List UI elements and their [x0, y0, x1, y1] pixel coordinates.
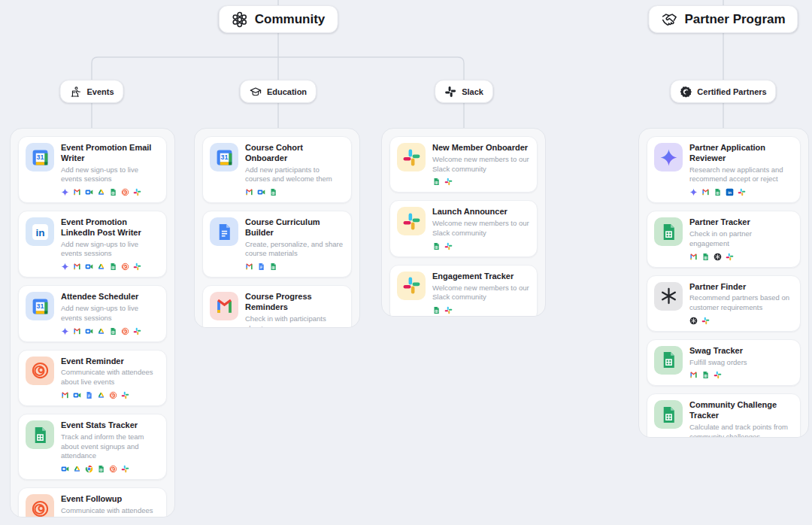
integration-icons [61, 391, 159, 399]
google-docs-icon [85, 391, 93, 399]
card-description: Create, personalize, and share course ma… [245, 240, 344, 259]
certified-seal-icon [680, 86, 692, 98]
slack-icon [133, 327, 141, 335]
google-sheets-icon [432, 178, 441, 186]
google-sheets-icon [269, 262, 277, 271]
agent-card-engagement-tracker[interactable]: Engagement TrackerWelcome new members to… [389, 265, 538, 317]
slack-icon [444, 306, 453, 314]
agent-group-slack: New Member OnboarderWelcome new members … [381, 128, 546, 317]
node-slack[interactable]: Slack [435, 80, 493, 103]
gmail-icon [73, 327, 81, 335]
integration-icons [432, 242, 530, 250]
agent-card-event-promotion-email-writer[interactable]: 31Event Promotion Email WriterAdd new si… [18, 136, 167, 203]
node-events[interactable]: Events [59, 80, 123, 103]
google-sheets-icon [26, 420, 54, 449]
card-title: Partner Tracker [689, 217, 793, 228]
openai-icon [654, 282, 683, 311]
gemini-icon [61, 188, 69, 196]
gmail-icon [210, 292, 238, 320]
slack-icon [714, 371, 722, 379]
google-sheets-icon [714, 188, 722, 196]
card-title: Event Stats Tracker [61, 420, 159, 431]
slack-icon [133, 262, 141, 271]
google-sheets-icon [701, 371, 710, 379]
agent-card-community-challenge-tracker[interactable]: Community Challenge TrackerCalculate and… [647, 393, 801, 438]
card-title: Swag Tracker [689, 346, 747, 357]
slack-icon [397, 272, 426, 300]
card-title: Partner Application Reviewer [689, 143, 793, 164]
gmail-icon [689, 371, 698, 379]
node-community[interactable]: Community [219, 5, 338, 33]
card-title: Event Followup [61, 494, 159, 505]
openai-icon [714, 253, 722, 261]
slack-icon [133, 188, 141, 196]
google-sheets-icon [432, 242, 441, 250]
google-drive-icon [73, 465, 81, 473]
orange-circles-icon [121, 188, 129, 196]
integration-icons [61, 262, 159, 271]
agent-card-partner-tracker[interactable]: Partner TrackerCheck in on partner engag… [647, 211, 801, 267]
agent-card-partner-finder[interactable]: Partner FinderRecommend partners based o… [647, 275, 801, 332]
card-description: Add new participants to courses and welc… [245, 165, 344, 185]
agent-card-event-reminder[interactable]: Event ReminderCommunicate with attendees… [18, 350, 167, 406]
node-label: Events [86, 87, 114, 96]
gemini-icon [61, 327, 69, 335]
orange-circles-icon [121, 327, 129, 335]
card-title: Course Curriculum Builder [245, 217, 344, 238]
google-sheets-icon [654, 346, 683, 375]
agent-card-course-cohort-onboarder[interactable]: 31Course Cohort OnboarderAdd new partici… [202, 136, 352, 203]
gmail-icon [73, 262, 81, 271]
openai-icon [689, 317, 698, 325]
card-description: Communicate with attendees about live ev… [61, 368, 159, 387]
integration-icons [61, 327, 159, 335]
orange-circles-icon [26, 494, 54, 517]
slack-icon [121, 391, 129, 399]
agent-card-event-promotion-linkedin-post-writer[interactable]: inEvent Promotion LinkedIn Post WriterAd… [18, 211, 167, 278]
svg-text:31: 31 [36, 302, 44, 310]
node-label: Community [255, 12, 326, 27]
card-description: Check in on partner engagement [689, 229, 793, 249]
slack-icon [121, 465, 129, 473]
card-description: Fulfill swag orders [689, 358, 747, 368]
card-title: Event Promotion Email Writer [61, 143, 159, 164]
google-calendar-icon: 31 [26, 143, 54, 171]
agent-card-swag-tracker[interactable]: Swag TrackerFulfill swag orders [647, 339, 801, 387]
agent-card-event-stats-tracker[interactable]: Event Stats TrackerTrack and inform the … [18, 414, 167, 480]
gmail-icon [245, 188, 253, 196]
agent-card-launch-announcer[interactable]: Launch AnnouncerWelcome new members to o… [389, 200, 538, 256]
card-description: Add new sign-ups to live events sessions [61, 165, 159, 185]
agent-card-new-member-onboarder[interactable]: New Member OnboarderWelcome new members … [389, 136, 538, 193]
agent-group-education: 31Course Cohort OnboarderAdd new partici… [194, 128, 360, 328]
graduation-cap-icon [250, 86, 262, 98]
agent-card-course-curriculum-builder[interactable]: Course Curriculum BuilderCreate, persona… [202, 211, 352, 278]
node-partner-program[interactable]: Partner Program [648, 5, 798, 33]
card-description: Research new applicants and recommend ac… [689, 165, 793, 185]
agent-card-course-progress-reminders[interactable]: Course Progress RemindersCheck in with p… [202, 285, 352, 328]
slack-icon [444, 178, 453, 186]
card-description: Welcome new members to our Slack communi… [432, 219, 530, 238]
integration-icons: in [689, 188, 793, 196]
orange-circles-icon [109, 391, 117, 399]
agent-card-attendee-scheduler[interactable]: 31Attendee SchedulerAdd new sign-ups to … [18, 285, 167, 341]
google-drive-icon [97, 327, 105, 335]
node-certified-partners[interactable]: Certified Partners [670, 80, 776, 103]
google-docs-icon [257, 262, 265, 271]
node-label: Slack [462, 87, 483, 96]
card-description: Communicate with attendees about live ev… [61, 506, 159, 517]
integration-icons [61, 465, 159, 473]
google-sheets-icon [109, 188, 117, 196]
orange-circles-icon [109, 465, 117, 473]
gmail-icon [701, 188, 710, 196]
card-title: Course Cohort Onboarder [245, 143, 344, 164]
card-title: Engagement Tracker [432, 272, 530, 282]
google-docs-icon [210, 217, 238, 246]
integration-icons [689, 371, 747, 379]
google-meet-icon [61, 465, 69, 473]
org-chart-canvas: Community Partner Program Events Educati… [0, 0, 812, 525]
gmail-icon [61, 391, 69, 399]
linkedin-icon: in [26, 217, 54, 246]
card-title: Community Challenge Tracker [689, 400, 793, 421]
node-education[interactable]: Education [240, 80, 317, 103]
agent-card-event-followup[interactable]: Event FollowupCommunicate with attendees… [18, 487, 167, 517]
agent-card-partner-application-reviewer[interactable]: Partner Application ReviewerResearch new… [647, 136, 801, 203]
